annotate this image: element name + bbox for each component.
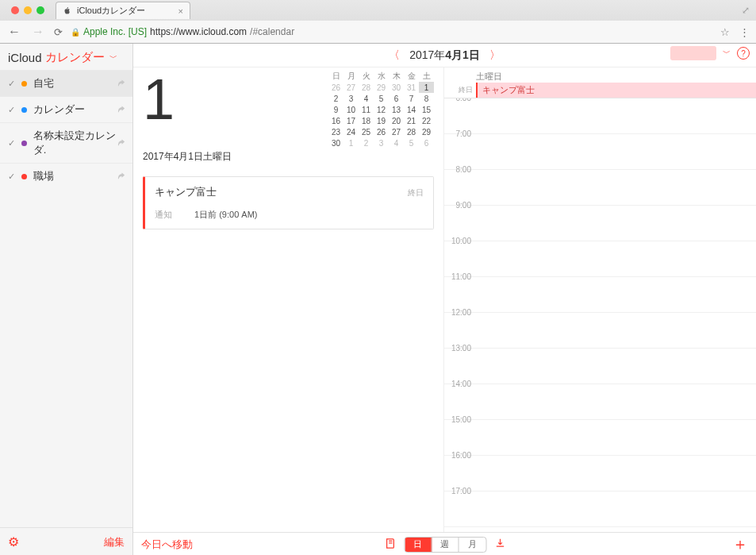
- hour-row[interactable]: 7:00: [444, 134, 756, 170]
- zoom-window-icon[interactable]: [36, 6, 44, 14]
- mini-cal-day[interactable]: 14: [404, 104, 419, 115]
- mini-cal-day[interactable]: 13: [389, 104, 404, 115]
- share-icon[interactable]: [117, 138, 126, 148]
- mini-cal-day[interactable]: 15: [419, 104, 434, 115]
- mini-cal-day[interactable]: 28: [404, 126, 419, 137]
- hour-row[interactable]: 17:00: [444, 491, 756, 527]
- url-path: /#calendar: [250, 26, 294, 37]
- edit-button[interactable]: 編集: [104, 535, 125, 549]
- help-icon[interactable]: ?: [737, 47, 750, 60]
- mini-cal-day[interactable]: 22: [419, 115, 434, 126]
- seg-day[interactable]: 日: [405, 538, 432, 552]
- mini-cal-day[interactable]: 6: [419, 137, 434, 148]
- mini-cal-day[interactable]: 26: [374, 126, 389, 137]
- fullscreen-icon[interactable]: ⤢: [742, 5, 750, 16]
- mini-cal-day[interactable]: 30: [389, 82, 404, 93]
- gear-icon[interactable]: ⚙: [8, 534, 19, 549]
- mini-cal-day[interactable]: 4: [359, 93, 374, 104]
- notebook-icon[interactable]: [384, 538, 396, 552]
- close-window-icon[interactable]: [11, 6, 19, 14]
- mini-cal-day[interactable]: 7: [404, 93, 419, 104]
- mini-cal-day[interactable]: 6: [389, 93, 404, 104]
- account-menu[interactable]: ﹀ ?: [670, 46, 750, 60]
- sidebar-calendar-item[interactable]: ✓カレンダー: [0, 96, 132, 122]
- mini-cal-day[interactable]: 19: [374, 115, 389, 126]
- mini-cal-day[interactable]: 26: [328, 82, 343, 93]
- hour-row[interactable]: 13:00: [444, 349, 756, 384]
- share-icon[interactable]: [117, 172, 126, 182]
- mini-cal-day[interactable]: 29: [374, 82, 389, 93]
- mini-cal-day[interactable]: 24: [343, 126, 359, 137]
- mini-cal-day[interactable]: 21: [404, 115, 419, 126]
- mini-cal-day[interactable]: 9: [328, 104, 343, 115]
- view-segment[interactable]: 日 週 月: [404, 537, 486, 553]
- sidebar-calendar-item[interactable]: ✓自宅: [0, 70, 132, 96]
- minimize-window-icon[interactable]: [24, 6, 32, 14]
- hour-label: 7:00: [444, 129, 476, 164]
- mini-cal-day[interactable]: 31: [404, 82, 419, 93]
- mini-cal-day[interactable]: 8: [419, 93, 434, 104]
- allday-event[interactable]: キャンプ富士: [476, 83, 756, 98]
- download-icon[interactable]: [494, 538, 505, 551]
- sidebar-calendar-item[interactable]: ✓職場: [0, 163, 132, 189]
- mini-cal-day[interactable]: 2: [328, 93, 343, 104]
- mini-cal-day[interactable]: 11: [359, 104, 374, 115]
- mini-cal-day[interactable]: 23: [328, 126, 343, 137]
- mini-cal-day[interactable]: 1: [343, 137, 359, 148]
- mini-cal-day[interactable]: 12: [374, 104, 389, 115]
- mini-cal-weekday: 日: [328, 71, 343, 82]
- mini-cal-day[interactable]: 5: [404, 137, 419, 148]
- mini-cal-day[interactable]: 16: [328, 115, 343, 126]
- mini-cal-day[interactable]: 17: [343, 115, 359, 126]
- back-button[interactable]: ←: [6, 25, 22, 39]
- hour-row[interactable]: 9:00: [444, 206, 756, 241]
- bookmark-star-icon[interactable]: ☆: [720, 26, 730, 38]
- hour-row[interactable]: 14:00: [444, 384, 756, 420]
- mini-cal-day[interactable]: 28: [359, 82, 374, 93]
- mini-cal-day[interactable]: 1: [419, 82, 434, 93]
- hour-label: 14:00: [444, 380, 476, 414]
- account-name: [670, 46, 716, 60]
- url-field[interactable]: 🔒 Apple Inc. [US] https://www.icloud.com…: [71, 26, 294, 37]
- mini-cal-day[interactable]: 3: [374, 137, 389, 148]
- today-button[interactable]: 今日へ移動: [141, 538, 193, 552]
- next-day-button[interactable]: 〉: [480, 48, 510, 63]
- hour-row[interactable]: 10:00: [444, 241, 756, 277]
- mini-cal-day[interactable]: 10: [343, 104, 359, 115]
- add-event-button[interactable]: ＋: [732, 534, 748, 555]
- mini-calendar[interactable]: 日月火水木金土262728293031123456789101112131415…: [328, 71, 434, 148]
- mini-cal-day[interactable]: 5: [374, 93, 389, 104]
- hour-row[interactable]: 8:00: [444, 170, 756, 206]
- mini-cal-day[interactable]: 27: [343, 82, 359, 93]
- mini-cal-day[interactable]: 20: [389, 115, 404, 126]
- prev-day-button[interactable]: 〈: [379, 48, 409, 63]
- window-controls[interactable]: [6, 6, 49, 14]
- share-icon[interactable]: [117, 105, 126, 115]
- close-tab-icon[interactable]: ×: [178, 6, 183, 16]
- mini-cal-day[interactable]: 2: [359, 137, 374, 148]
- mini-cal-day[interactable]: 30: [328, 137, 343, 148]
- hour-row[interactable]: 12:00: [444, 313, 756, 349]
- mini-cal-day[interactable]: 25: [359, 126, 374, 137]
- hour-row[interactable]: 6:00: [444, 98, 756, 134]
- sidebar-calendar-item[interactable]: ✓名称未設定カレンダ.: [0, 122, 132, 163]
- forward-button[interactable]: →: [30, 25, 46, 39]
- calendar-name: 職場: [33, 169, 54, 183]
- seg-month[interactable]: 月: [459, 538, 485, 552]
- reload-button[interactable]: ⟳: [54, 26, 63, 38]
- hour-row[interactable]: 16:00: [444, 456, 756, 491]
- share-icon[interactable]: [117, 79, 126, 89]
- browser-tab[interactable]: iCloudカレンダー ×: [56, 2, 190, 19]
- mini-cal-day[interactable]: 29: [419, 126, 434, 137]
- hour-row[interactable]: 11:00: [444, 277, 756, 313]
- hour-grid[interactable]: 6:007:008:009:0010:0011:0012:0013:0014:0…: [444, 98, 756, 555]
- browser-menu-icon[interactable]: ⋮: [739, 26, 750, 38]
- seg-week[interactable]: 週: [432, 538, 459, 552]
- app-switcher[interactable]: iCloud カレンダー ﹀: [0, 44, 132, 70]
- hour-row[interactable]: 15:00: [444, 420, 756, 456]
- mini-cal-day[interactable]: 27: [389, 126, 404, 137]
- mini-cal-day[interactable]: 4: [389, 137, 404, 148]
- mini-cal-day[interactable]: 3: [343, 93, 359, 104]
- event-card[interactable]: キャンプ富士 終日 通知 1日前 (9:00 AM): [143, 176, 434, 229]
- mini-cal-day[interactable]: 18: [359, 115, 374, 126]
